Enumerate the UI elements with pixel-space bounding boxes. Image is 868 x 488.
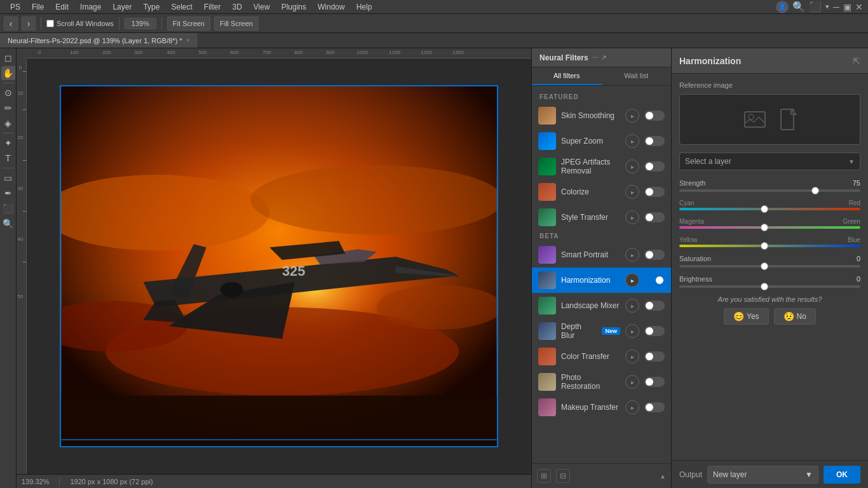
super-zoom-switch[interactable]	[644, 136, 665, 146]
shape-tool-icon[interactable]: ▭	[1, 171, 15, 185]
smart-portrait-toggle[interactable]: ▸	[625, 248, 639, 262]
filter-item-super-zoom[interactable]: Super Zoom ▸	[532, 128, 671, 154]
yellow-blue-track[interactable]	[679, 245, 860, 247]
menu-filter[interactable]: Filter	[199, 1, 226, 13]
stack-icon[interactable]: ⊟	[556, 469, 570, 483]
landscape-mixer-switch[interactable]	[644, 301, 665, 311]
back-button[interactable]: ‹	[4, 17, 18, 30]
style-transfer-switch[interactable]	[644, 212, 665, 222]
colorize-toggle[interactable]: ▸	[625, 185, 639, 199]
menu-edit[interactable]: Edit	[50, 1, 74, 13]
share-icon[interactable]: ⬛	[809, 1, 822, 13]
makeup-transfer-toggle[interactable]: ▸	[625, 400, 639, 414]
magenta-green-track[interactable]	[679, 226, 860, 229]
makeup-transfer-switch[interactable]	[644, 402, 665, 412]
yes-button[interactable]: 😊 Yes	[724, 308, 769, 325]
lasso-tool-icon[interactable]: ⊙	[1, 86, 15, 100]
skin-smoothing-switch[interactable]	[644, 111, 665, 121]
strength-track[interactable]	[679, 189, 860, 192]
search-icon[interactable]: 🔍	[792, 1, 805, 13]
cyan-red-track[interactable]	[679, 208, 860, 210]
menu-file[interactable]: File	[27, 1, 49, 13]
ok-button[interactable]: OK	[824, 466, 860, 484]
properties-collapse-icon[interactable]: ⇱	[853, 56, 860, 66]
ref-image-container[interactable]	[679, 94, 860, 145]
zoom-display[interactable]: 139%	[125, 18, 156, 29]
fit-screen-button[interactable]: Fit Screen	[167, 17, 210, 30]
layer-select-dropdown[interactable]: Select a layer ▼	[679, 152, 860, 170]
fill-screen-button[interactable]: Fill Screen	[214, 17, 259, 30]
move-tool-icon[interactable]: ✦	[1, 136, 15, 150]
filter-item-depth-blur[interactable]: Depth Blur New ▸	[532, 318, 671, 344]
saturation-thumb[interactable]	[761, 262, 768, 270]
jpeg-artifacts-switch[interactable]	[644, 161, 665, 172]
photo-restoration-toggle[interactable]: ▸	[625, 375, 639, 389]
filter-item-colorize[interactable]: Colorize ▸	[532, 179, 671, 205]
menu-view[interactable]: View	[248, 1, 275, 13]
menu-3d[interactable]: 3D	[227, 1, 247, 13]
layers-icon[interactable]: ⊞	[537, 469, 551, 483]
filter-item-style-transfer[interactable]: Style Transfer ▸	[532, 205, 671, 230]
brush-tool-icon[interactable]: ✏	[1, 101, 15, 115]
saturation-track[interactable]	[679, 265, 860, 268]
menu-plugins[interactable]: Plugins	[276, 1, 311, 13]
close-button[interactable]: ✕	[855, 2, 863, 12]
minimize-button[interactable]: ─	[833, 2, 839, 12]
user-avatar[interactable]: 👤	[776, 1, 789, 13]
no-button[interactable]: 😟 No	[774, 308, 816, 325]
style-transfer-toggle[interactable]: ▸	[625, 210, 639, 224]
jpeg-artifacts-toggle[interactable]: ▸	[625, 159, 639, 173]
colorize-switch[interactable]	[644, 187, 665, 197]
skin-smoothing-toggle[interactable]: ▸	[625, 109, 639, 123]
output-select[interactable]: New layer ▼	[707, 466, 818, 484]
doc-tab-active[interactable]: Neural-Filters-Ps-2022.psd @ 139% (Layer…	[0, 33, 198, 48]
filter-item-color-transfer[interactable]: Color Transfer ▸	[532, 344, 671, 369]
filter-item-makeup-transfer[interactable]: Makeup Transfer ▸	[532, 395, 671, 420]
filter-item-skin-smoothing[interactable]: Skin Smoothing ▸	[532, 103, 671, 128]
tab-wait-list[interactable]: Wait list	[602, 67, 672, 85]
eraser-tool-icon[interactable]: ◈	[1, 116, 15, 130]
zoom-tool-icon[interactable]: 🔍	[1, 217, 15, 231]
filter-item-jpeg-artifacts[interactable]: JPEG Artifacts Removal ▸	[532, 154, 671, 179]
menu-image[interactable]: Image	[75, 1, 106, 13]
color-tool-icon[interactable]: ⬛	[1, 201, 15, 215]
color-transfer-switch[interactable]	[644, 351, 665, 362]
hand-tool-icon[interactable]: ✋	[1, 66, 15, 80]
magenta-green-thumb[interactable]	[761, 224, 768, 231]
scroll-all-checkbox[interactable]	[46, 20, 54, 27]
menu-window[interactable]: Window	[313, 1, 350, 13]
depth-blur-switch[interactable]	[644, 326, 665, 336]
workspace-dropdown[interactable]: ▾	[825, 3, 829, 11]
brightness-thumb[interactable]	[761, 283, 768, 290]
canvas-image[interactable]: 325	[60, 85, 498, 447]
menu-type[interactable]: Type	[138, 1, 165, 13]
photo-restoration-switch[interactable]	[644, 377, 665, 387]
harmonization-toggle[interactable]: ▸	[625, 273, 639, 287]
super-zoom-toggle[interactable]: ▸	[625, 134, 639, 148]
filter-item-landscape-mixer[interactable]: Landscape Mixer ▸	[532, 293, 671, 318]
yellow-blue-thumb[interactable]	[761, 242, 768, 250]
filter-item-photo-restoration[interactable]: Photo Restoration ▸	[532, 369, 671, 395]
doc-tab-close[interactable]: ×	[186, 37, 190, 44]
type-tool-icon[interactable]: T	[1, 151, 15, 165]
brightness-track[interactable]	[679, 285, 860, 288]
smart-portrait-switch[interactable]	[644, 250, 665, 260]
filter-item-smart-portrait[interactable]: Smart Portrait ▸	[532, 242, 671, 268]
tab-all-filters[interactable]: All filters	[532, 67, 602, 85]
panel-scroll-up[interactable]: ▲	[660, 473, 666, 480]
color-transfer-toggle[interactable]: ▸	[625, 349, 639, 363]
menu-ps[interactable]: PS	[5, 1, 25, 13]
depth-blur-toggle[interactable]: ▸	[625, 324, 639, 338]
harmonization-switch[interactable]	[644, 275, 665, 285]
menu-select[interactable]: Select	[166, 1, 197, 13]
selection-tool-icon[interactable]: ◻	[1, 51, 15, 65]
strength-thumb[interactable]	[811, 187, 819, 194]
restore-button[interactable]: ▣	[843, 2, 851, 12]
landscape-mixer-toggle[interactable]: ▸	[625, 299, 639, 313]
menu-help[interactable]: Help	[351, 1, 377, 13]
forward-button[interactable]: ›	[22, 17, 36, 30]
filter-item-harmonization[interactable]: Harmonization ▸	[532, 268, 671, 293]
panel-dots-icon[interactable]: ⋯	[592, 54, 599, 61]
panel-resize-icon[interactable]: ↗	[601, 54, 606, 61]
pen-tool-icon[interactable]: ✒	[1, 186, 15, 200]
